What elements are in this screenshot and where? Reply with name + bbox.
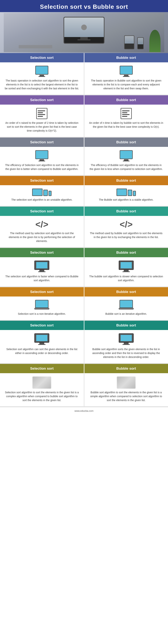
- section-header-8: Selection sort Bubble sort: [0, 321, 168, 330]
- section-header-4: Selection sort Bubble sort: [0, 176, 168, 185]
- list-icon: [121, 108, 132, 119]
- content-right-1: The basic operation in Bubble sort algor…: [84, 62, 168, 94]
- left-text-9: Selection sort algorithm to sort the ele…: [5, 390, 79, 402]
- section-right-label-9: Bubble sort: [84, 364, 168, 373]
- content-right-5: </> The method used by bubble sort algor…: [84, 216, 168, 247]
- content-left-8: Selection sort algorithm can sort the gi…: [0, 330, 84, 363]
- left-text-7: Selection sort is a non-iterative algori…: [18, 312, 66, 316]
- section-right-label-2: Bubble sort: [84, 95, 168, 104]
- left-text-2: An order of n raised to the power of 2 t…: [5, 121, 79, 133]
- section-left-label-6: Selection sort: [0, 248, 84, 257]
- section-right-label-7: Bubble sort: [84, 287, 168, 296]
- monitor2-icon: [33, 260, 50, 273]
- section-header-3: Selection sort Bubble sort: [0, 138, 168, 147]
- content-right-4: The Bubble sort algorithm is a stable al…: [84, 185, 168, 206]
- section-1: Selection sort Bubble sort The basic ope…: [0, 53, 168, 95]
- content-right-7: Bubble sort is an iterative algorithm.: [84, 296, 168, 320]
- section-7: Selection sort Bubble sort Selection sor…: [0, 287, 168, 321]
- blurred-icon: [117, 376, 135, 389]
- content-right-8: Bubble sort algorithm sorts the given el…: [84, 330, 168, 363]
- section-left-label-5: Selection sort: [0, 206, 84, 216]
- section-header-5: Selection sort Bubble sort: [0, 206, 168, 216]
- blurred-icon: [33, 376, 51, 389]
- content-row-5: </> The method used by selection sort al…: [0, 216, 168, 247]
- section-5: Selection sort Bubble sort </> The metho…: [0, 206, 168, 248]
- content-left-2: An order of n raised to the power of 2 t…: [0, 104, 84, 137]
- content-row-7: Selection sort is a non-iterative algori…: [0, 296, 168, 320]
- content-row-4: The selection sort algorithm is an unsta…: [0, 185, 168, 206]
- section-3: Selection sort Bubble sort The efficienc…: [0, 138, 168, 176]
- content-right-6: The bubble sort algorithm is slower when…: [84, 257, 168, 286]
- section-6: Selection sort Bubble sort The selection…: [0, 248, 168, 287]
- content-left-7: Selection sort is a non-iterative algori…: [0, 296, 84, 320]
- monitor-icon: [119, 150, 134, 161]
- content-row-1: The basic operation in selection sort al…: [0, 62, 168, 94]
- right-text-4: The Bubble sort algorithm is a stable al…: [99, 198, 153, 202]
- content-left-4: The selection sort algorithm is an unsta…: [0, 185, 84, 206]
- content-left-5: </> The method used by selection sort al…: [0, 216, 84, 247]
- content-left-6: The selection sort algorithm is faster w…: [0, 257, 84, 286]
- monitor2-icon: [118, 260, 135, 273]
- section-header-9: Selection sort Bubble sort: [0, 364, 168, 373]
- left-text-3: The efficiency of Selection sort algorit…: [5, 163, 79, 171]
- laptop-icon: [34, 300, 49, 310]
- section-left-label-3: Selection sort: [0, 138, 84, 147]
- content-right-2: An order of n time is taken by bubble so…: [84, 104, 168, 137]
- section-left-label-8: Selection sort: [0, 321, 84, 330]
- left-text-5: The method used by selection sort algori…: [5, 231, 79, 243]
- content-left-3: The efficiency of Selection sort algorit…: [0, 147, 84, 175]
- right-text-5: The method used by bubble sort algorithm…: [89, 231, 164, 239]
- section-left-label-7: Selection sort: [0, 287, 84, 296]
- section-right-label-5: Bubble sort: [84, 206, 168, 216]
- list-icon: [36, 108, 47, 119]
- code-icon: </>: [120, 219, 133, 230]
- right-text-1: The basic operation in Bubble sort algor…: [89, 79, 164, 90]
- devices-icon: [117, 188, 136, 196]
- devices-icon: [32, 188, 51, 196]
- section-8: Selection sort Bubble sort Selection sor…: [0, 321, 168, 364]
- monitor2-icon: [33, 333, 50, 346]
- section-right-label-6: Bubble sort: [84, 248, 168, 257]
- content-row-3: The efficiency of Selection sort algorit…: [0, 147, 168, 175]
- content-right-9: Bubble sort algorithm to sort the elemen…: [84, 373, 168, 406]
- right-text-3: The efficiency of Bubble sort algorithm …: [89, 163, 164, 171]
- footer-url: www.educba.com: [74, 410, 94, 412]
- content-right-3: The efficiency of Bubble sort algorithm …: [84, 147, 168, 175]
- left-text-1: The basic operation in selection sort al…: [5, 79, 79, 90]
- left-text-4: The selection sort algorithm is an unsta…: [11, 198, 72, 202]
- section-right-label-1: Bubble sort: [84, 53, 168, 62]
- right-text-9: Bubble sort algorithm to sort the elemen…: [89, 390, 164, 402]
- section-left-label-1: Selection sort: [0, 53, 84, 62]
- content-row-2: An order of n raised to the power of 2 t…: [0, 104, 168, 137]
- code-icon: </>: [35, 219, 48, 230]
- content-row-6: The selection sort algorithm is faster w…: [0, 257, 168, 286]
- right-text-6: The bubble sort algorithm is slower when…: [89, 274, 164, 282]
- section-2: Selection sort Bubble sort An order of n…: [0, 95, 168, 138]
- left-text-6: The selection sort algorithm is faster w…: [5, 274, 79, 282]
- sections-container: Selection sort Bubble sort The basic ope…: [0, 53, 168, 407]
- right-text-8: Bubble sort algorithm sorts the given el…: [89, 347, 164, 359]
- section-left-label-9: Selection sort: [0, 364, 84, 373]
- section-header-1: Selection sort Bubble sort: [0, 53, 168, 62]
- laptop-icon: [119, 300, 134, 310]
- section-4: Selection sort Bubble sort The selection…: [0, 176, 168, 206]
- section-right-label-8: Bubble sort: [84, 321, 168, 330]
- section-left-label-2: Selection sort: [0, 95, 84, 104]
- content-left-1: The basic operation in selection sort al…: [0, 62, 84, 94]
- page-title: Selection sort vs Bubble sort: [40, 3, 128, 10]
- content-row-9: Selection sort algorithm to sort the ele…: [0, 373, 168, 406]
- left-text-8: Selection sort algorithm can sort the gi…: [5, 347, 79, 355]
- monitor2-icon: [118, 333, 135, 346]
- monitor-icon: [34, 66, 49, 77]
- right-text-2: An order of n time is taken by bubble so…: [89, 121, 164, 129]
- monitor-icon: [119, 66, 134, 77]
- section-left-label-4: Selection sort: [0, 176, 84, 185]
- hero-image: [0, 12, 168, 53]
- page-header: Selection sort vs Bubble sort: [0, 0, 168, 12]
- footer: www.educba.com: [0, 407, 168, 414]
- monitor-icon: [34, 150, 49, 161]
- right-text-7: Bubble sort is an iterative algorithm.: [105, 312, 147, 316]
- section-header-6: Selection sort Bubble sort: [0, 248, 168, 257]
- section-header-7: Selection sort Bubble sort: [0, 287, 168, 296]
- section-9: Selection sort Bubble sort Selection sor…: [0, 364, 168, 407]
